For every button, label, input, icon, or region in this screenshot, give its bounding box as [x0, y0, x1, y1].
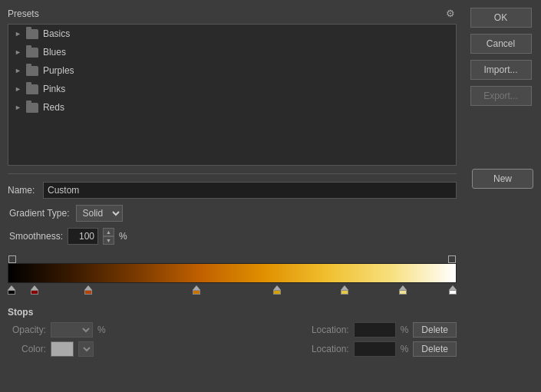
opacity-delete-button[interactable]: Delete	[413, 322, 457, 338]
chevron-right-icon: ►	[15, 30, 21, 38]
color-delete-button[interactable]: Delete	[413, 341, 457, 357]
gradient-editor-dialog: Presets ⚙ ► Basics ► Blues ► Purples	[0, 0, 541, 392]
stops-section: Stops Opacity: % Location: % Delete Colo…	[8, 307, 457, 361]
preset-name: Blues	[43, 47, 66, 58]
folder-icon	[26, 48, 38, 58]
gear-button[interactable]: ⚙	[444, 8, 457, 19]
preset-item-reds[interactable]: ► Reds	[8, 98, 456, 117]
opacity-stop-right[interactable]	[448, 255, 456, 263]
opacity-stop-left[interactable]	[8, 255, 16, 263]
color-location-unit: %	[401, 344, 409, 354]
presets-label: Presets	[8, 8, 39, 19]
color-stop-5[interactable]	[341, 285, 348, 295]
smoothness-input[interactable]	[68, 228, 98, 245]
import-button[interactable]: Import...	[470, 60, 532, 80]
stop-color-swatch	[449, 290, 457, 295]
opacity-stop-row: Opacity: % Location: % Delete	[8, 322, 457, 338]
folder-icon	[26, 103, 38, 113]
preset-name: Reds	[43, 102, 64, 113]
stop-color-swatch	[399, 290, 407, 295]
new-button[interactable]: New	[472, 169, 533, 189]
opacity-unit: %	[97, 324, 106, 335]
smoothness-label: Smoothness:	[9, 231, 63, 242]
folder-icon	[26, 66, 38, 76]
smoothness-down-button[interactable]: ▼	[103, 236, 114, 245]
presets-header: Presets ⚙	[8, 8, 457, 19]
preset-item-pinks[interactable]: ► Pinks	[8, 80, 456, 98]
color-label: Color:	[8, 344, 46, 354]
stop-color-swatch	[8, 290, 15, 295]
divider	[8, 173, 457, 174]
folder-icon	[26, 84, 38, 94]
side-panel: OK Cancel Import... Export...	[464, 0, 541, 392]
chevron-right-icon: ►	[15, 104, 21, 111]
stop-color-swatch	[193, 290, 200, 295]
ok-button[interactable]: OK	[470, 8, 532, 28]
gradient-type-label: Gradient Type:	[9, 208, 70, 219]
smoothness-row: Smoothness: ▲ ▼ %	[8, 228, 457, 245]
gradient-bar	[8, 264, 456, 282]
preset-item-basics[interactable]: ► Basics	[8, 25, 456, 43]
name-input[interactable]	[43, 182, 457, 199]
smoothness-spinner: ▲ ▼	[103, 228, 114, 245]
opacity-location-input[interactable]	[354, 322, 396, 338]
stops-title: Stops	[8, 307, 457, 318]
stop-color-swatch	[84, 290, 92, 295]
gradient-bar-container[interactable]	[8, 263, 457, 283]
stop-color-swatch	[341, 290, 348, 295]
color-stop-6[interactable]	[399, 285, 407, 295]
new-button-container: New	[472, 169, 533, 189]
color-swatch-button[interactable]	[51, 341, 74, 357]
color-stop-row: Color: Location: % Delete	[8, 341, 457, 357]
gear-icon: ⚙	[446, 8, 455, 19]
preset-name: Purples	[43, 65, 74, 76]
color-location-input[interactable]	[354, 341, 396, 357]
preset-name: Pinks	[43, 84, 65, 94]
opacity-dropdown[interactable]	[51, 322, 93, 338]
color-stop-4[interactable]	[273, 285, 281, 295]
color-stop-7[interactable]	[449, 285, 457, 295]
chevron-right-icon: ►	[15, 67, 21, 74]
opacity-location-label: Location:	[311, 324, 349, 335]
top-opacity-stops	[8, 252, 457, 263]
color-stop-3[interactable]	[193, 285, 200, 295]
smoothness-up-button[interactable]: ▲	[103, 228, 114, 236]
opacity-label: Opacity:	[8, 324, 46, 335]
chevron-right-icon: ►	[15, 48, 21, 56]
stop-color-swatch	[31, 290, 38, 295]
chevron-right-icon: ►	[15, 85, 21, 93]
bottom-color-stops	[8, 284, 457, 299]
presets-list[interactable]: ► Basics ► Blues ► Purples ► Pinks ►	[8, 24, 457, 166]
color-stop-2[interactable]	[84, 285, 92, 295]
preset-name: Basics	[43, 28, 70, 39]
gradient-type-row: Gradient Type: Solid Noise	[8, 205, 457, 222]
preset-item-purples[interactable]: ► Purples	[8, 61, 456, 80]
color-stop-0[interactable]	[8, 285, 15, 295]
preset-item-blues[interactable]: ► Blues	[8, 43, 456, 61]
folder-icon	[26, 29, 38, 39]
color-stop-1[interactable]	[31, 285, 38, 295]
color-location-label: Location:	[311, 344, 349, 354]
cancel-button[interactable]: Cancel	[470, 34, 532, 54]
name-label: Name:	[8, 185, 37, 196]
name-row: Name:	[8, 182, 457, 199]
export-button[interactable]: Export...	[470, 86, 532, 106]
opacity-location-unit: %	[401, 324, 409, 335]
gradient-area	[8, 252, 457, 299]
smoothness-unit: %	[119, 231, 127, 242]
gradient-type-select[interactable]: Solid Noise	[76, 205, 123, 222]
main-panel: Presets ⚙ ► Basics ► Blues ► Purples	[0, 0, 464, 392]
color-type-dropdown[interactable]	[78, 341, 94, 357]
stop-color-swatch	[273, 290, 281, 295]
